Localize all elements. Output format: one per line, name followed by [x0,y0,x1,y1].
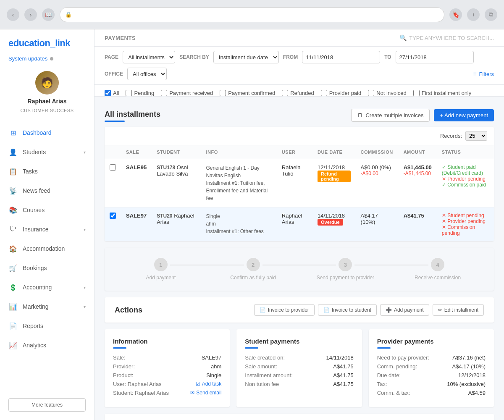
sidebar-item-label: Marketing [23,303,48,310]
tab-student-documents[interactable]: Student documents [105,414,172,420]
step-label-3: Send payment to provider [317,275,374,281]
due-badge: Refund pending [318,171,351,182]
sidebar-item-accounting[interactable]: 💲 Accounting ▾ [0,278,94,297]
provider-payments-card: Provider payments Need to pay provider: … [369,329,494,407]
section-actions: 🗒 Create multiple invoices + Add new pay… [351,109,494,122]
checkbox-pending[interactable]: Pending [126,90,154,96]
system-updates-link[interactable]: System updates [8,55,47,62]
office-filter-select[interactable]: All offices [127,68,167,80]
table-row: SALE95 STU178 Osni Lavado Silva General … [105,159,494,207]
courses-icon: 📚 [8,205,18,215]
invoice-provider-icon: 📄 [260,307,266,313]
sidebar-item-reports[interactable]: 📄 Reports [0,316,94,336]
actions-header: Actions 📄 Invoice to provider 📄 Invoice … [115,304,484,316]
back-button[interactable]: ‹ [7,8,19,21]
student-card-row-sale-amount: Sale amount: A$41.75 [245,363,353,370]
student-id: STU20 [157,213,172,219]
windows-button[interactable]: ⧉ [485,8,497,21]
action-buttons: 📄 Invoice to provider 📄 Invoice to stude… [254,304,484,316]
search-area[interactable]: 🔍 TYPE ANYWHERE TO SEARCH... [399,34,494,41]
sidebar-item-courses[interactable]: 📚 Courses [0,200,94,220]
tab-sale-information[interactable]: Sale information [172,414,231,420]
sidebar-item-analytics[interactable]: 📈 Analytics [0,336,94,355]
bookmark-page-button[interactable]: 🔖 [449,8,462,21]
sidebar-item-marketing[interactable]: 📊 Marketing ▾ [0,297,94,316]
sidebar-item-insurance[interactable]: 🛡 Insurance ▾ [0,220,94,239]
add-new-payment-button[interactable]: + Add new payment [434,109,494,121]
add-payment-action-button[interactable]: ➕ Add payment [380,304,429,316]
chevron-down-icon: ▾ [84,227,86,232]
invoice-to-student-button[interactable]: 📄 Invoice to student [318,304,377,316]
page-filter-select[interactable]: All installments [123,51,175,63]
info-card-title: Information [113,338,221,345]
forward-button[interactable]: › [24,8,37,21]
office-label: OFFICE [105,71,123,77]
address-bar[interactable]: 🔒 [60,7,444,22]
filters-label: Filters [479,71,494,77]
sidebar-item-news-feed[interactable]: 📡 News feed [0,181,94,200]
sidebar-item-label: News feed [23,187,50,194]
step-4: 4 Receive commission [391,258,484,281]
info-card-row-product: Product: Single [113,372,221,378]
table-row[interactable]: SALE97 STU20 Raphael Arias Single ahm In… [105,207,494,242]
sidebar-item-label: Dashboard [23,129,52,136]
from-date-input[interactable] [302,51,380,63]
bookmarks-button[interactable]: 📖 [42,8,55,21]
new-tab-button[interactable]: + [467,8,480,21]
col-amount: AMOUNT [399,145,437,159]
sidebar-item-bookings[interactable]: 🛒 Bookings [0,258,94,278]
tasks-icon: 📋 [8,167,18,176]
step-label-2: Confirm as fully paid [230,275,276,281]
checkbox-not-invoiced[interactable]: Not invoiced [368,90,407,96]
records-label: Records: [440,133,462,139]
reports-icon: 📄 [8,321,18,331]
create-multiple-invoices-button[interactable]: 🗒 Create multiple invoices [351,109,430,122]
records-per-page-select[interactable]: 25 50 100 [465,131,487,141]
info-line3: Installment #1: Tuition fee, Enrollment … [206,179,271,202]
avatar: 🧑 [35,71,59,94]
step-circle-4: 4 [431,258,444,271]
info-card-row-sale: Sale: SALE97 [113,354,221,361]
sidebar-item-label: Courses [23,207,45,213]
info-cards: Information Sale: SALE97 Provider: ahm P… [105,329,494,407]
documents-section: Student documents Sale information NAME … [105,414,494,420]
add-task-link[interactable]: ☑ Add task [196,381,222,387]
provider-card-row-comm-tax: Comm. & tax: A$4.59 [377,390,486,396]
send-email-link[interactable]: ✉ Send email [190,390,221,396]
checkbox-provider-paid[interactable]: Provider paid [321,90,362,96]
checkbox-payment-received[interactable]: Payment received [161,90,213,96]
step-3: 3 Send payment to provider [299,258,392,281]
info-card-row-provider: Provider: ahm [113,363,221,370]
sidebar-item-students[interactable]: 👤 Students ▾ [0,142,94,162]
invoice-student-label: Invoice to student [332,307,371,313]
to-date-input[interactable] [396,51,474,63]
sidebar-item-dashboard[interactable]: ⊞ Dashboard [0,123,94,142]
page-header: PAYMENTS 🔍 TYPE ANYWHERE TO SEARCH... [94,29,504,47]
more-features-button[interactable]: More features [8,398,86,412]
amount-sub: -A$1,445.00 [404,171,432,176]
row-checkbox[interactable] [110,164,116,171]
main-content: PAYMENTS 🔍 TYPE ANYWHERE TO SEARCH... PA… [94,29,504,420]
page-filter-label: PAGE [105,54,118,60]
chevron-down-icon: ▾ [84,150,86,155]
checkbox-first-installment-only[interactable]: First installment only [413,90,471,96]
due-badge: Overdue [318,219,343,226]
row-checkbox[interactable] [110,213,116,219]
sidebar-item-tasks[interactable]: 📋 Tasks [0,162,94,181]
sidebar-item-accommodation[interactable]: 🏠 Accommodation [0,239,94,258]
col-checkbox [105,145,121,159]
app-wrapper: education_link System updates 🧑 Raphael … [0,29,504,420]
from-label: FROM [283,54,298,60]
filters-button[interactable]: ≡ Filters [473,71,494,77]
edit-installment-button[interactable]: ✏ Edit installment [433,304,484,316]
search-by-filter-select[interactable]: Installment due date [213,51,279,63]
marketing-icon: 📊 [8,302,18,311]
col-student: STUDENT [152,145,201,159]
checkbox-all[interactable]: All [105,90,119,96]
student-payments-card: Student payments Sale created on: 14/11/… [236,329,362,407]
student-card-row-installment: Installment amount: A$41.75 [245,372,353,378]
invoice-to-provider-button[interactable]: 📄 Invoice to provider [254,304,315,316]
checkbox-refunded[interactable]: Refunded [282,90,314,96]
checkbox-payment-confirmed[interactable]: Payment confirmed [220,90,275,96]
actions-section: Actions 📄 Invoice to provider 📄 Invoice … [105,297,494,323]
